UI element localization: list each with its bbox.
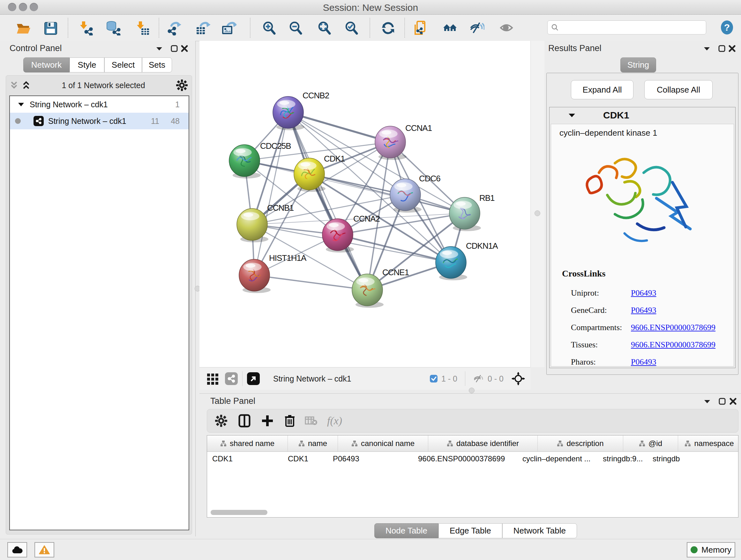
refresh-icon[interactable] — [379, 19, 397, 37]
birdseye-grid-icon[interactable] — [206, 372, 219, 385]
bottom-splitter-handle[interactable] — [469, 388, 475, 393]
node-RB1[interactable] — [449, 197, 481, 231]
import-network-icon[interactable] — [77, 19, 95, 37]
edge-CCNA2-CDKN1A[interactable] — [338, 235, 451, 262]
node-CDC6[interactable] — [390, 179, 421, 212]
show-columns-icon[interactable] — [239, 414, 251, 428]
node-CCNE1[interactable] — [352, 274, 384, 308]
zoom-selected-icon[interactable] — [342, 19, 360, 37]
hidden-eye-icon[interactable] — [473, 374, 484, 383]
node-CDKN1A[interactable] — [435, 246, 467, 280]
tree-expander-icon[interactable] — [17, 102, 24, 107]
results-panel-float-icon[interactable] — [718, 45, 726, 52]
show-graphics-icon[interactable] — [498, 19, 516, 37]
control-panel-float-icon[interactable] — [171, 45, 178, 52]
table-cell[interactable]: CDK1 — [207, 454, 283, 463]
column-header--id[interactable]: @id — [623, 435, 678, 451]
crosslink-link[interactable]: 9606.ENSP00000378699 — [631, 340, 716, 350]
tab-edge-table[interactable]: Edge Table — [439, 523, 502, 538]
network-share-icon[interactable] — [225, 372, 238, 385]
import-database-icon[interactable] — [104, 19, 122, 37]
control-panel-menu-icon[interactable] — [155, 45, 163, 52]
string-network-graph[interactable]: CCNB2 CCNA1 CDC25B CDK1 CDC6 RB1 CCNB1 C… — [199, 41, 530, 367]
control-panel-close-icon[interactable] — [181, 45, 188, 52]
results-panel-close-icon[interactable] — [728, 45, 736, 52]
collapse-all-icon[interactable] — [9, 80, 19, 90]
edge-CCNB2-HIST1H1A[interactable] — [254, 112, 288, 275]
warnings-button[interactable] — [35, 542, 54, 557]
zoom-in-icon[interactable] — [260, 19, 278, 37]
node-HIST1H1A[interactable] — [239, 259, 271, 293]
export-image-icon[interactable] — [220, 19, 238, 37]
cloud-button[interactable] — [7, 542, 27, 557]
column-header-database-identifier[interactable]: database identifier — [428, 435, 538, 451]
table-cell[interactable]: CDK1 — [283, 454, 328, 463]
export-network-icon[interactable] — [165, 19, 183, 37]
tab-string[interactable]: String — [620, 57, 656, 72]
search-field[interactable] — [547, 20, 706, 35]
tab-node-table[interactable]: Node Table — [374, 523, 439, 538]
table-cell[interactable]: cyclin–dependent ... — [517, 454, 598, 463]
add-column-icon[interactable] — [261, 414, 273, 428]
node-CDC25B[interactable] — [229, 145, 261, 179]
node-CDK1[interactable] — [294, 158, 326, 192]
column-header-shared-name[interactable]: shared name — [207, 435, 288, 451]
network-row-selected[interactable]: String Network – cdk1 11 48 — [10, 113, 189, 129]
expand-all-icon[interactable] — [21, 80, 31, 90]
export-table-icon[interactable] — [194, 19, 212, 37]
table-cell[interactable]: 9606.ENSP00000378699 — [413, 454, 517, 463]
node-section-header[interactable]: CDK1 — [549, 107, 735, 123]
center-view-crosshair-icon[interactable] — [511, 372, 525, 386]
zoom-out-icon[interactable] — [286, 19, 305, 37]
tab-sets[interactable]: Sets — [142, 57, 172, 72]
table-cell[interactable]: stringdb — [648, 454, 705, 463]
table-cell[interactable]: P06493 — [328, 454, 413, 463]
table-cell[interactable]: stringdb:9... — [598, 454, 648, 463]
expand-all-button[interactable]: Expand All — [571, 80, 633, 99]
table-hscrollbar-thumb[interactable] — [211, 510, 267, 515]
delete-column-icon[interactable] — [284, 414, 295, 428]
selected-checkbox-icon[interactable] — [429, 374, 438, 383]
copy-network-icon[interactable] — [412, 19, 430, 37]
right-splitter[interactable] — [530, 41, 545, 367]
network-collection-row[interactable]: String Network – cdk1 1 — [10, 96, 189, 113]
results-panel-menu-icon[interactable] — [703, 45, 711, 52]
node-CCNA1[interactable] — [375, 126, 407, 160]
hide-unhide-icon[interactable] — [468, 19, 486, 37]
tab-network-table[interactable]: Network Table — [502, 523, 577, 538]
edge-CCNB2-CCNE1[interactable] — [288, 112, 367, 290]
crosslink-link[interactable]: P06493 — [631, 306, 656, 315]
table-panel-float-icon[interactable] — [718, 397, 726, 405]
import-table-icon[interactable] — [133, 19, 151, 37]
node-CCNB2[interactable] — [273, 97, 305, 130]
search-input[interactable] — [559, 23, 697, 32]
column-header-namespace[interactable]: namespace — [678, 435, 738, 451]
network-options-gear-icon[interactable] — [176, 79, 188, 91]
zoom-fit-icon[interactable] — [315, 19, 333, 37]
open-file-icon[interactable] — [14, 19, 32, 37]
memory-button[interactable]: Memory — [687, 542, 735, 557]
column-header-canonical-name[interactable]: canonical name — [338, 435, 428, 451]
tab-network[interactable]: Network — [23, 57, 70, 72]
tab-select[interactable]: Select — [105, 57, 142, 72]
table-row[interactable]: CDK1CDK1P064939606.ENSP00000378699cyclin… — [207, 452, 738, 466]
save-session-icon[interactable] — [42, 19, 59, 37]
node-table[interactable]: shared name name canonical name database… — [207, 435, 738, 517]
crosslink-link[interactable]: 9606.ENSP00000378699 — [631, 323, 716, 332]
tab-style[interactable]: Style — [70, 57, 105, 72]
node-CCNA2[interactable] — [322, 219, 354, 253]
right-splitter-handle[interactable] — [535, 210, 540, 216]
home-pair-icon[interactable] — [441, 19, 459, 37]
open-in-browser-icon[interactable] — [247, 372, 260, 385]
edge-HIST1H1A-CCNE1[interactable] — [254, 275, 367, 290]
section-collapse-icon[interactable] — [568, 112, 576, 118]
table-panel-menu-icon[interactable] — [703, 398, 711, 405]
crosslink-link[interactable]: P06493 — [631, 357, 656, 367]
table-settings-gear-icon[interactable] — [215, 415, 227, 427]
column-header-description[interactable]: description — [538, 435, 623, 451]
table-panel-close-icon[interactable] — [729, 397, 737, 405]
collapse-all-button[interactable]: Collapse All — [644, 80, 713, 99]
help-button[interactable]: ? — [719, 20, 735, 35]
network-view-canvas[interactable]: CCNB2 CCNA1 CDC25B CDK1 CDC6 RB1 CCNB1 C… — [199, 41, 530, 367]
function-builder-icon[interactable]: f(x) — [327, 415, 342, 427]
